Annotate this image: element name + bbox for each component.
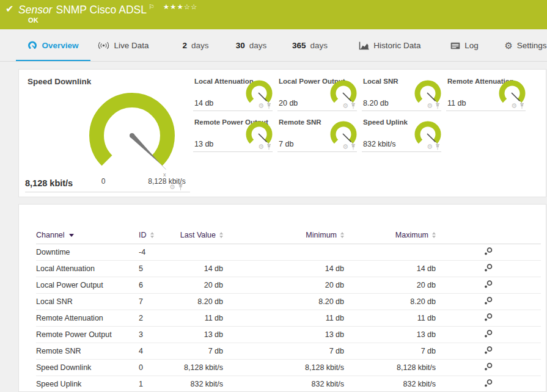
channel-settings-icon[interactable] (483, 362, 493, 373)
minimum-cell: 20 db (223, 277, 344, 293)
column-header-channel[interactable]: Channel (36, 227, 139, 244)
table-row-local-power-output[interactable]: Local Power Output 6 20 db 20 db 20 db (36, 277, 541, 293)
channel-cell: Local Attenuation (36, 260, 139, 277)
channel-settings-icon[interactable] (483, 280, 493, 291)
channel-gear-icon[interactable]: ⚙ (258, 143, 264, 150)
tab-settings[interactable]: ⚙ Settings (496, 29, 547, 62)
mini-gauge-remote-snr[interactable]: Remote SNR 7 db ⚙ (277, 117, 357, 152)
mini-gauge-value: 7 db (279, 140, 293, 148)
table-row-speed-downlink[interactable]: Speed Downlink 0 8,128 kbit/s 8,128 kbit… (36, 359, 541, 376)
sort-icon (340, 232, 344, 238)
tab-365-days[interactable]: 365days (286, 29, 334, 62)
log-icon (450, 42, 460, 49)
pin-icon[interactable] (435, 143, 440, 150)
table-row-speed-uplink[interactable]: Speed Uplink 1 832 kbit/s 832 kbit/s 832… (36, 376, 541, 392)
gauge-icon (28, 41, 37, 50)
channel-gear-icon[interactable]: ⚙ (342, 143, 348, 150)
column-header-actions (436, 227, 541, 244)
channel-gear-icon[interactable]: ⚙ (511, 103, 517, 109)
last-value-cell: 11 db (173, 310, 223, 326)
maximum-cell: 20 db (344, 277, 436, 293)
tab-bar: Overview Live Data 2days 30days 365days (0, 29, 547, 62)
table-row-local-attenuation[interactable]: Local Attenuation 5 14 db 14 db 14 db (36, 260, 541, 277)
tab-overview[interactable]: Overview (16, 29, 90, 62)
last-value-cell: 8,128 kbit/s (173, 359, 223, 376)
table-row-remote-attenuation[interactable]: Remote Attenuation 2 11 db 11 db 11 db (36, 310, 541, 326)
priority-flag-icon[interactable]: ⚐ (149, 3, 155, 10)
channel-settings-icon[interactable] (483, 247, 493, 258)
tab-label: Overview (42, 41, 78, 50)
table-row-remote-snr[interactable]: Remote SNR 4 7 db 7 db 7 db (36, 343, 541, 359)
id-cell: 7 (139, 293, 173, 310)
prtg-sensor-page: ✔ SensorSNMP Cisco ADSL⚐★★★☆☆ OK Overvie… (0, 0, 547, 392)
tab-30-days[interactable]: 30days (229, 29, 273, 62)
pin-icon[interactable] (351, 103, 356, 109)
mini-gauge-value: 11 db (447, 99, 466, 107)
tab-label: Settings (517, 41, 547, 50)
tab-2-days[interactable]: 2days (174, 29, 217, 62)
tab-live-data[interactable]: Live Data (92, 29, 155, 62)
minimum-cell (223, 244, 344, 260)
mini-gauge-remote-power-output[interactable]: Remote Power Output 13 db ⚙ (193, 117, 273, 152)
channel-settings-icon[interactable] (483, 379, 493, 390)
divider (446, 111, 526, 111)
id-cell: 2 (139, 310, 173, 326)
channel-settings-icon[interactable] (483, 313, 493, 324)
channel-gear-icon[interactable]: ⚙ (258, 103, 264, 109)
mini-gauge-local-snr[interactable]: Local SNR 8.20 db ⚙ (362, 76, 441, 111)
mini-gauge-local-power-output[interactable]: Local Power Output 20 db ⚙ (277, 76, 357, 111)
divider (193, 111, 273, 111)
id-cell: 3 (139, 326, 173, 343)
maximum-cell: 14 db (344, 260, 436, 277)
last-value-cell: 14 db (173, 260, 223, 277)
channel-gear-icon[interactable]: ⚙ (427, 103, 433, 109)
last-value-cell: 20 db (173, 277, 223, 293)
gauges-panel: Speed Downlink x 0 8,128 kbit/s 8,128 kb… (18, 69, 546, 197)
channel-settings-icon[interactable] (483, 263, 493, 274)
last-value-cell (173, 244, 223, 260)
column-header-id[interactable]: ID (139, 227, 173, 244)
tab-log[interactable]: Log (443, 29, 486, 62)
channel-gear-icon[interactable]: ⚙ (427, 143, 433, 150)
channel-settings-icon[interactable] (483, 329, 493, 340)
column-label: ID (139, 231, 147, 239)
channel-gear-icon[interactable]: ⚙ (342, 103, 348, 109)
pin-icon[interactable] (519, 103, 524, 109)
column-header-minimum[interactable]: Minimum (223, 227, 344, 244)
channel-gear-icon[interactable]: ⚙ (169, 184, 175, 191)
channel-settings-icon[interactable] (483, 296, 493, 307)
table-row-local-snr[interactable]: Local SNR 7 8.20 db 8.20 db 8.20 db (36, 293, 541, 310)
tab-historic-data[interactable]: Historic Data (354, 29, 425, 62)
sort-icon (150, 232, 154, 238)
divider (362, 111, 441, 111)
channel-settings-icon[interactable] (483, 346, 493, 357)
maximum-cell: 7 db (344, 343, 436, 359)
last-value-cell: 13 db (173, 326, 223, 343)
column-header-maximum[interactable]: Maximum (344, 227, 436, 244)
channel-cell: Local Power Output (36, 277, 139, 293)
pin-icon[interactable] (351, 143, 356, 150)
id-cell: 1 (139, 376, 173, 392)
divider (277, 111, 357, 111)
table-row-downtime[interactable]: Downtime -4 (36, 244, 541, 260)
tab-number: 30 (236, 41, 245, 50)
live-data-icon (98, 42, 109, 49)
mini-gauge-speed-uplink[interactable]: Speed Uplink 832 kbit/s ⚙ (362, 117, 441, 152)
speed-downlink-gauge: x (86, 90, 178, 181)
minimum-cell: 8,128 kbit/s (223, 359, 344, 376)
pin-icon[interactable] (266, 143, 271, 150)
pin-icon[interactable] (435, 103, 440, 109)
channel-cell: Remote Power Output (36, 326, 139, 343)
divider (362, 151, 441, 152)
column-header-last-value[interactable]: Last Value (173, 227, 223, 244)
divider (277, 151, 357, 152)
mini-gauge-local-attenuation[interactable]: Local Attenuation 14 db ⚙ (193, 76, 273, 111)
priority-stars[interactable]: ★★★☆☆ (163, 3, 198, 10)
tab-number: 365 (292, 41, 306, 50)
table-row-remote-power-output[interactable]: Remote Power Output 3 13 db 13 db 13 db (36, 326, 541, 343)
sensor-status-badge: OK (28, 16, 39, 24)
pin-icon[interactable] (178, 183, 183, 191)
mini-gauge-remote-attenuation[interactable]: Remote Attenuation 11 db ⚙ (446, 76, 526, 111)
tab-label: days (310, 41, 328, 50)
pin-icon[interactable] (266, 103, 271, 109)
